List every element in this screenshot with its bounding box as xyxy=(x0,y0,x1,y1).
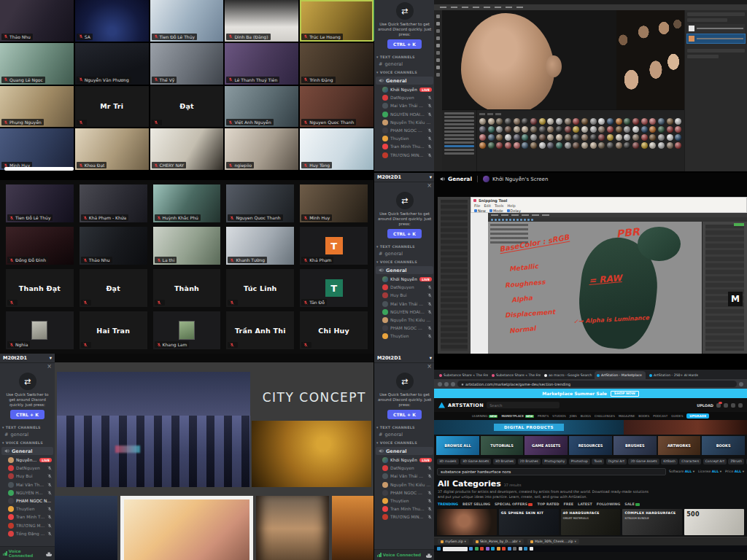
ctrl-k-button[interactable]: CTRL + K xyxy=(387,410,422,419)
filter-dropdown[interactable]: LicenseALL▾ xyxy=(698,470,721,473)
voice-user[interactable]: PHẠM NGỌC NHƯ... xyxy=(374,126,435,134)
shop-now-button[interactable]: SHOP NOW xyxy=(611,391,639,397)
filter-chip[interactable]: Photography xyxy=(542,459,567,464)
participant-tile[interactable]: Khoa Đạt xyxy=(75,128,149,170)
participant-tile[interactable]: Thảo Nhu xyxy=(0,0,74,42)
sort-tab[interactable]: SPECIAL OFFERS xyxy=(495,502,533,506)
voice-user[interactable]: NGUYỄN HOÀI AN... xyxy=(0,489,55,497)
shelf-filter-bar[interactable] xyxy=(479,112,682,117)
voice-channel-general[interactable]: General xyxy=(376,77,433,85)
product-card[interactable] xyxy=(437,509,497,535)
voice-user[interactable]: Tran Minh Thuan xyxy=(374,505,435,513)
participant-tile[interactable]: Nguyễn Văn Phương xyxy=(75,43,149,85)
participant-tile[interactable]: Nghia xyxy=(6,311,74,349)
participant-tile[interactable]: Minh Huy xyxy=(0,128,74,170)
close-icon[interactable]: × xyxy=(374,363,435,370)
voice-user[interactable]: Thuytien xyxy=(0,505,55,513)
filter-chip[interactable]: Characters xyxy=(679,459,701,464)
menu-item[interactable]: Help xyxy=(507,203,515,208)
sort-tab[interactable]: TRENDING xyxy=(438,502,458,506)
artstation-logo[interactable] xyxy=(438,402,445,408)
participant-tile[interactable]: Đồng Đỗ Đình xyxy=(6,227,74,265)
category-tile[interactable]: TUTORIALS xyxy=(481,436,524,455)
participant-tile[interactable]: ngiepiio xyxy=(225,128,298,170)
filter-chip[interactable]: 3D Brushes xyxy=(493,459,516,464)
bell-icon[interactable] xyxy=(716,403,721,408)
voice-user[interactable]: Thuytien xyxy=(374,497,435,505)
viewport-3d[interactable] xyxy=(442,10,616,109)
product-card[interactable]: COMPLEX HARDSURFACE KITBASH BUNDLE xyxy=(622,509,682,535)
snipping-tool-window[interactable]: Snipping Tool FileEditToolsHelp NewModeD… xyxy=(471,197,747,213)
menu-item[interactable]: Tools xyxy=(495,203,503,208)
cart-icon[interactable] xyxy=(738,403,743,408)
participant-tile[interactable]: La thi xyxy=(153,227,221,265)
participant-tile[interactable]: Đạt xyxy=(80,269,147,307)
sort-tab[interactable]: FREE xyxy=(564,502,574,506)
voice-user[interactable]: Mai Văn Thái Đêm xyxy=(374,102,435,110)
browser-tab[interactable]: Substance Share « The Fre… xyxy=(437,371,488,379)
shelf-category-list[interactable] xyxy=(442,110,477,171)
category-tile[interactable]: GAME ASSETS xyxy=(525,436,568,455)
voice-user[interactable]: Tran Minh Thuan xyxy=(0,513,55,521)
participant-tile[interactable]: Thế Vỹ xyxy=(150,43,224,85)
voice-channels-header[interactable]: ▾VOICE CHANNELS xyxy=(374,438,435,446)
participant-tile[interactable]: Nguyen Quoc Thanh xyxy=(226,184,294,222)
voice-user[interactable]: Khởi Nguyễn LIVE xyxy=(374,275,435,283)
disconnect-call-icon[interactable] xyxy=(46,551,52,556)
text-channels-header[interactable]: ▾TEXT CHANNELS xyxy=(374,423,435,431)
product-card[interactable]: 500 xyxy=(684,509,744,535)
filter-chip[interactable]: 2D Brushes xyxy=(518,459,541,464)
participant-tile[interactable]: Huy Tòng xyxy=(300,128,374,170)
browser-tab[interactable]: ArtStation - 250+ AI Hardsu… xyxy=(647,371,698,379)
participant-tile[interactable]: Đạt xyxy=(150,86,224,128)
profile-icon[interactable] xyxy=(739,382,743,386)
upload-button[interactable]: UPLOAD xyxy=(697,403,713,408)
filter-chip[interactable]: 3D models xyxy=(437,459,459,464)
participant-tile[interactable]: Khang Lam xyxy=(153,311,221,349)
nav-item[interactable]: BOOKS xyxy=(638,414,649,418)
voice-user[interactable]: Nguyễn Thị Kiề... LIVE xyxy=(0,456,55,464)
voice-user[interactable]: NGUYỄN HOÀI AN... xyxy=(374,110,435,118)
participant-tile[interactable]: Thành xyxy=(153,269,221,307)
participant-tile[interactable]: Dinh Ba (Đăng) xyxy=(225,0,298,42)
download-item[interactable]: Skin_Pores_by_D....abr ▾ xyxy=(473,539,524,544)
voice-user[interactable]: Mai Văn Thái Đêm xyxy=(374,300,435,308)
participant-tile[interactable]: Trúc Le Hoang xyxy=(300,0,374,42)
participant-tile[interactable]: Trình Đặng xyxy=(300,43,374,85)
address-bar[interactable]: artstation.com/marketplace/game-dev/sect… xyxy=(457,381,737,387)
voice-user[interactable]: Thuytien xyxy=(374,332,435,341)
server-header[interactable]: M20t2D1▾ xyxy=(0,354,55,363)
nav-item[interactable]: BLOGS xyxy=(581,414,591,418)
nav-item[interactable]: MAGAZINE xyxy=(619,414,635,418)
voice-user[interactable]: Khởi Nguyễn LIVE xyxy=(374,85,435,93)
filter-chip[interactable]: Tools xyxy=(592,459,604,464)
participant-tile[interactable]: Trần Anh Thi xyxy=(226,311,294,349)
toolbar-button[interactable]: New xyxy=(474,209,486,213)
voice-user[interactable]: Mai Văn Thái Đêm xyxy=(374,472,435,481)
voice-user[interactable]: Huy Bui xyxy=(0,472,55,481)
category-tile[interactable]: BROWSE ALL xyxy=(436,436,479,455)
voice-channel-general[interactable]: General xyxy=(376,266,433,274)
participant-tile[interactable]: Mr Tri xyxy=(75,86,149,128)
ctrl-k-button[interactable]: CTRL + K xyxy=(10,410,44,419)
voice-user[interactable]: DatNguyen xyxy=(374,94,435,102)
sort-tab[interactable]: FOLLOWING xyxy=(597,502,620,506)
voice-user[interactable]: Mai Văn Thái Đêm xyxy=(0,481,55,489)
voice-user[interactable]: TRƯƠNG MINH T... xyxy=(374,151,435,159)
sort-tab[interactable]: SALE xyxy=(624,502,640,506)
participant-tile[interactable]: Thảo Nhu xyxy=(80,227,147,265)
sort-tab[interactable]: LATEST xyxy=(578,502,592,506)
marketplace-search-input[interactable] xyxy=(437,468,666,475)
category-tile[interactable]: BRUSHES xyxy=(614,436,657,455)
voice-user[interactable]: Tran Minh Thuan xyxy=(374,143,435,151)
nav-item[interactable]: LEARNING NEW xyxy=(472,414,498,418)
participant-tile[interactable]: Việt Anh Nguyễn xyxy=(225,86,298,128)
voice-user[interactable]: Tống Đặng Chí Huy xyxy=(0,529,55,537)
voice-channel-general[interactable]: General xyxy=(376,447,433,455)
filter-dropdown[interactable]: SoftwareALL▾ xyxy=(669,470,694,473)
layer-row-selected[interactable] xyxy=(687,34,745,43)
filter-chip[interactable]: 2D Game Assets xyxy=(628,459,659,464)
product-card[interactable]: 40 HARDSURFACE SMART MATERIALS xyxy=(561,509,621,535)
sort-tab[interactable]: TOP RATED xyxy=(537,502,559,506)
voice-user[interactable]: DatNguyen xyxy=(0,464,55,472)
